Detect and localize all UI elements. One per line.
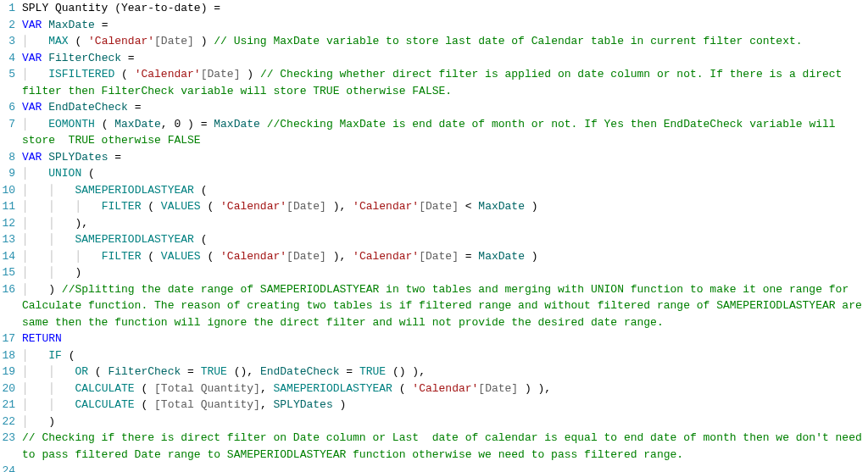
code-line[interactable]: 1SPLY Quantity (Year-to-date) = [0, 0, 868, 17]
line-content[interactable]: │ │ CALCULATE ( [Total Quantity], SPLYDa… [20, 397, 868, 414]
token-str: 'Calendar' [353, 250, 419, 263]
token-brack: [Total Quantity] [154, 382, 260, 395]
token-plain: ( [194, 184, 208, 197]
token-plain: ( [201, 200, 220, 213]
line-content[interactable]: RETURN [20, 330, 868, 347]
code-line[interactable]: 13│ │ SAMEPERIODLASTYEAR ( [0, 231, 868, 248]
indent-guide: │ [22, 35, 48, 47]
code-line[interactable]: 3│ MAX ( 'Calendar'[Date] ) // Using Max… [0, 33, 868, 50]
token-fn: SAMEPERIODLASTYEAR [273, 382, 392, 395]
token-fn: FILTER [102, 250, 142, 263]
token-fn: SAMEPERIODLASTYEAR [75, 233, 193, 246]
token-plain: , [260, 382, 274, 395]
code-line[interactable]: 5│ ISFILTERED ( 'Calendar'[Date] ) // Ch… [0, 66, 868, 99]
token-plain: ), [326, 200, 353, 213]
token-plain: () ), [386, 365, 426, 378]
token-fn: MAX [48, 35, 68, 47]
code-line[interactable]: 4VAR FilterCheck = [0, 50, 868, 67]
line-content[interactable]: SPLY Quantity (Year-to-date) = [20, 0, 868, 17]
line-number: 23 [0, 430, 20, 447]
line-content[interactable]: │ ) [20, 414, 868, 430]
line-content[interactable]: VAR FilterCheck = [20, 50, 868, 67]
token-plain: ( [135, 398, 154, 411]
line-content[interactable]: │ UNION ( [20, 165, 868, 182]
token-ident: MaxDate [478, 250, 525, 263]
line-number: 2 [0, 17, 20, 34]
token-kw: VAR [22, 101, 42, 114]
indent-guide: │ │ │ [22, 250, 102, 263]
token-fn: IF [48, 349, 62, 362]
code-line[interactable]: 20│ │ CALCULATE ( [Total Quantity], SAME… [0, 380, 868, 397]
token-ident: MaxDate [214, 118, 260, 130]
code-line[interactable]: 2VAR MaxDate = [0, 17, 868, 34]
token-plain: = [95, 19, 108, 31]
line-content[interactable]: VAR SPLYDates = [20, 149, 868, 166]
code-line[interactable]: 24 [0, 463, 868, 472]
line-content[interactable]: │ │ ), [20, 215, 868, 232]
code-line[interactable]: 19│ │ OR ( FilterCheck = TRUE (), EndDat… [0, 364, 868, 380]
code-line[interactable]: 14│ │ │ FILTER ( VALUES ( 'Calendar'[Dat… [0, 248, 868, 265]
line-content[interactable]: │ IF ( [20, 347, 868, 364]
code-line[interactable]: 18│ IF ( [0, 347, 868, 364]
token-plain: ), [326, 250, 353, 263]
token-fn: UNION [48, 167, 81, 180]
code-line[interactable]: 23// Checking if there is direct filter … [0, 430, 868, 463]
token-fn: VALUES [161, 200, 201, 213]
token-fn: CALCULATE [75, 382, 134, 395]
line-content[interactable]: │ │ ) [20, 264, 868, 281]
line-content[interactable]: VAR MaxDate = [20, 17, 868, 34]
line-number: 12 [0, 215, 20, 232]
line-number: 7 [0, 116, 20, 133]
code-line[interactable]: 15│ │ ) [0, 264, 868, 281]
token-comment: // Using MaxDate variable to store last … [214, 35, 802, 47]
line-content[interactable]: VAR EndDateCheck = [20, 99, 868, 116]
line-content[interactable]: │ │ │ FILTER ( VALUES ( 'Calendar'[Date]… [20, 198, 868, 215]
indent-guide: │ [22, 283, 48, 296]
line-number: 5 [0, 66, 20, 83]
token-comment: //Splitting the date range of SAMEPERIOD… [22, 283, 868, 329]
token-plain: ) [525, 250, 538, 263]
code-line[interactable]: 10│ │ SAMEPERIODLASTYEAR ( [0, 182, 868, 199]
token-plain: ), [75, 217, 88, 230]
code-line[interactable]: 7│ EOMONTH ( MaxDate, 0 ) = MaxDate //Ch… [0, 116, 868, 149]
line-content[interactable]: │ ) //Splitting the date range of SAMEPE… [20, 281, 868, 331]
line-content[interactable]: │ ISFILTERED ( 'Calendar'[Date] ) // Che… [20, 66, 868, 99]
code-line[interactable]: 17RETURN [0, 330, 868, 347]
line-content[interactable]: │ │ CALCULATE ( [Total Quantity], SAMEPE… [20, 380, 868, 397]
token-kw: RETURN [22, 332, 62, 345]
code-line[interactable]: 6VAR EndDateCheck = [0, 99, 868, 116]
token-brack: [Date] [419, 200, 459, 213]
token-fn: FILTER [102, 200, 142, 213]
code-line[interactable]: 21│ │ CALCULATE ( [Total Quantity], SPLY… [0, 397, 868, 414]
token-brack: [Date] [287, 200, 326, 213]
token-plain: ( [95, 118, 114, 130]
token-str: 'Calendar' [353, 200, 419, 213]
line-number: 8 [0, 149, 20, 166]
token-kw: VAR [22, 52, 42, 64]
line-number: 15 [0, 264, 20, 281]
token-kw: VAR [22, 19, 42, 31]
code-line[interactable]: 9│ UNION ( [0, 165, 868, 182]
token-brack: [Date] [287, 250, 326, 263]
code-line[interactable]: 11│ │ │ FILTER ( VALUES ( 'Calendar'[Dat… [0, 198, 868, 215]
line-content[interactable]: │ │ SAMEPERIODLASTYEAR ( [20, 231, 868, 248]
token-str: 'Calendar' [220, 250, 287, 263]
line-content[interactable]: │ │ OR ( FilterCheck = TRUE (), EndDateC… [20, 364, 868, 380]
token-plain: ( [69, 35, 88, 47]
line-content[interactable]: │ EOMONTH ( MaxDate, 0 ) = MaxDate //Che… [20, 116, 868, 149]
code-line[interactable]: 8VAR SPLYDates = [0, 149, 868, 166]
line-content[interactable]: │ │ SAMEPERIODLASTYEAR ( [20, 182, 868, 199]
line-number: 20 [0, 380, 20, 397]
code-line[interactable]: 12│ │ ), [0, 215, 868, 232]
line-content[interactable]: │ MAX ( 'Calendar'[Date] ) // Using MaxD… [20, 33, 868, 50]
line-content[interactable]: │ │ │ FILTER ( VALUES ( 'Calendar'[Date]… [20, 248, 868, 265]
token-plain: = [121, 52, 135, 64]
token-ident: EndDateCheck [260, 365, 340, 378]
token-plain: ) [48, 283, 62, 296]
line-content[interactable]: // Checking if there is direct filter on… [20, 430, 868, 463]
code-editor[interactable]: 1SPLY Quantity (Year-to-date) =2VAR MaxD… [0, 0, 868, 472]
token-plain: < [459, 200, 478, 213]
indent-guide: │ │ │ [22, 200, 102, 213]
code-line[interactable]: 22│ ) [0, 414, 868, 430]
code-line[interactable]: 16│ ) //Splitting the date range of SAME… [0, 281, 868, 331]
